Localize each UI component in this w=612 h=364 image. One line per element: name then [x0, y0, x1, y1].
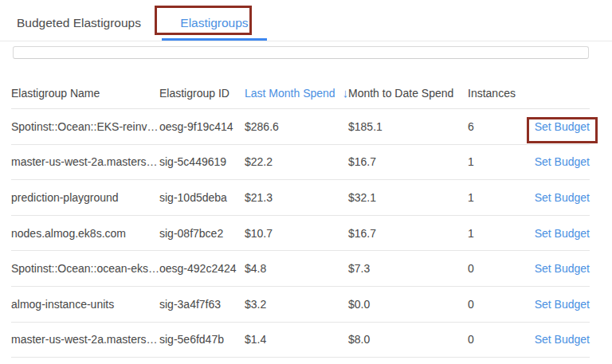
- cell-instances: 0: [468, 262, 534, 275]
- tab-bar: Budgeted Elastigroups Elastigroups: [0, 0, 612, 41]
- column-header-elastigroup-id[interactable]: Elastigroup ID: [159, 87, 245, 100]
- column-header-last-month-spend[interactable]: Last Month Spend↓: [245, 86, 348, 100]
- cell-elastigroup-name: almog-instance-units: [11, 298, 159, 311]
- elastigroups-table: Elastigroup Name Elastigroup ID Last Mon…: [0, 59, 612, 358]
- cell-last-month-spend: $10.7: [245, 227, 348, 240]
- set-budget-link[interactable]: Set Budget: [535, 333, 590, 346]
- cell-instances: 1: [468, 227, 534, 240]
- cell-instances: 0: [468, 298, 534, 311]
- cell-elastigroup-name: Spotinst::Ocean::EKS-reinv…: [11, 120, 159, 133]
- set-budget-link[interactable]: Set Budget: [535, 262, 590, 275]
- column-header-elastigroup-name[interactable]: Elastigroup Name: [11, 87, 159, 100]
- cell-last-month-spend: $21.3: [245, 191, 348, 204]
- cell-elastigroup-name: Spotinst::Ocean::ocean-eks…: [11, 262, 159, 275]
- cell-last-month-spend: $286.6: [245, 120, 348, 133]
- cell-elastigroup-id: sig-08f7bce2: [159, 227, 245, 240]
- cell-month-to-date-spend: $7.3: [348, 262, 468, 275]
- cell-elastigroup-id: oesg-492c2424: [159, 262, 245, 275]
- set-budget-link[interactable]: Set Budget: [535, 120, 590, 133]
- cell-elastigroup-name: master-us-west-2a.masters…: [11, 333, 159, 346]
- cell-month-to-date-spend: $8.0: [348, 333, 468, 346]
- cell-last-month-spend: $4.8: [245, 262, 348, 275]
- table-row: prediction-playground sig-10d5deba $21.3…: [11, 180, 590, 216]
- cell-month-to-date-spend: $16.7: [348, 155, 468, 168]
- cell-instances: 1: [468, 191, 534, 204]
- table-row: nodes.almog.ek8s.com sig-08f7bce2 $10.7 …: [11, 216, 590, 252]
- cell-last-month-spend: $3.2: [245, 298, 348, 311]
- table-row: almog-instance-units sig-3a4f7f63 $3.2 $…: [11, 287, 590, 323]
- table-row: master-us-west-2a.masters… sig-5e6fd47b …: [11, 323, 590, 358]
- table-row: Spotinst::Ocean::ocean-eks… oesg-492c242…: [11, 251, 590, 287]
- cell-last-month-spend: $1.4: [245, 333, 348, 346]
- cell-month-to-date-spend: $16.7: [348, 227, 468, 240]
- set-budget-link[interactable]: Set Budget: [535, 155, 590, 168]
- column-header-last-month-spend-label: Last Month Spend: [245, 87, 335, 100]
- cell-instances: 0: [468, 333, 534, 346]
- tab-budgeted-elastigroups[interactable]: Budgeted Elastigroups: [17, 0, 141, 41]
- cell-month-to-date-spend: $32.1: [348, 191, 468, 204]
- set-budget-link[interactable]: Set Budget: [535, 191, 590, 204]
- filter-input[interactable]: [13, 46, 589, 59]
- column-header-instances[interactable]: Instances: [468, 87, 534, 100]
- table-row: Spotinst::Ocean::EKS-reinv… oesg-9f19c41…: [11, 109, 590, 145]
- cell-elastigroup-id: oesg-9f19c414: [159, 120, 245, 133]
- table-row: master-us-west-2a.masters… sig-5c449619 …: [11, 145, 590, 181]
- cell-last-month-spend: $22.2: [245, 155, 348, 168]
- cell-elastigroup-name: prediction-playground: [11, 191, 159, 204]
- column-header-month-to-date-spend[interactable]: Month to Date Spend: [348, 87, 468, 100]
- tab-elastigroups[interactable]: Elastigroups: [162, 0, 267, 41]
- cell-elastigroup-name: master-us-west-2a.masters…: [11, 155, 159, 168]
- set-budget-link[interactable]: Set Budget: [535, 227, 590, 240]
- cell-month-to-date-spend: $185.1: [348, 120, 468, 133]
- cell-instances: 1: [468, 155, 534, 168]
- cell-elastigroup-id: sig-3a4f7f63: [159, 298, 245, 311]
- cell-elastigroup-id: sig-5c449619: [159, 155, 245, 168]
- cell-elastigroup-name: nodes.almog.ek8s.com: [11, 227, 159, 240]
- cell-elastigroup-id: sig-5e6fd47b: [159, 333, 245, 346]
- cell-instances: 6: [468, 120, 534, 133]
- cell-month-to-date-spend: $0.0: [348, 298, 468, 311]
- cell-elastigroup-id: sig-10d5deba: [159, 191, 245, 204]
- table-header-row: Elastigroup Name Elastigroup ID Last Mon…: [11, 59, 590, 109]
- set-budget-link[interactable]: Set Budget: [535, 298, 590, 311]
